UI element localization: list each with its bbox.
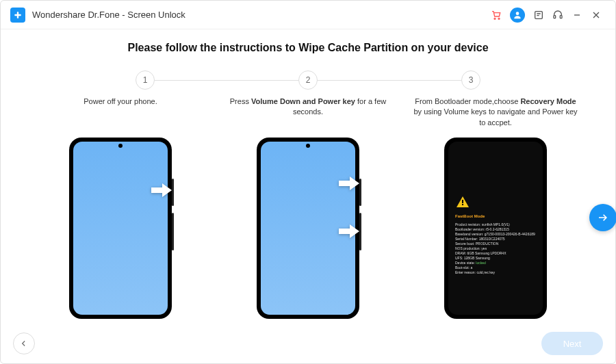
phone-illustration-1 [69,138,172,319]
arrow-icon [150,182,173,198]
close-button[interactable] [587,5,606,25]
svg-rect-7 [560,15,562,18]
minimize-button[interactable] [567,5,587,25]
arrow-icon [337,223,361,239]
app-logo [10,8,25,23]
phone-illustration-2 [257,138,359,319]
step-2-caption: Press Volume Down and Power key for a fe… [222,96,394,128]
warning-icon [457,196,469,210]
svg-rect-9 [462,204,463,205]
bootloader-text: FastBoot Mode Product revision: sunfish … [455,213,536,274]
svg-rect-1 [14,14,21,15]
user-icon[interactable] [510,8,525,23]
page-heading: Please follow the instructions to Wipe C… [21,42,595,54]
step-3-caption: From Bootloader mode,choose Recovery Mod… [410,96,581,128]
support-icon[interactable] [548,5,567,25]
step-connector [155,80,298,81]
cart-icon[interactable] [487,5,506,25]
window-title: Wondershare Dr.Fone - Screen Unlock [32,10,185,20]
step-3-badge: 3 [461,70,480,90]
step-1-badge: 1 [136,70,155,90]
svg-point-3 [498,18,500,19]
step-1-caption: Power off your phone. [35,96,206,128]
back-button[interactable] [13,333,35,354]
svg-rect-6 [554,15,556,18]
svg-point-4 [516,12,519,15]
svg-rect-8 [462,200,463,203]
arrow-icon [337,175,361,192]
step-2-badge: 2 [298,70,318,90]
phone-illustration-3: FastBoot Mode Product revision: sunfish … [444,138,547,319]
next-button[interactable]: Next [541,332,603,355]
svg-point-2 [494,18,496,19]
step-connector [318,80,461,81]
next-fab-button[interactable] [589,204,616,231]
feedback-icon[interactable] [529,5,548,25]
